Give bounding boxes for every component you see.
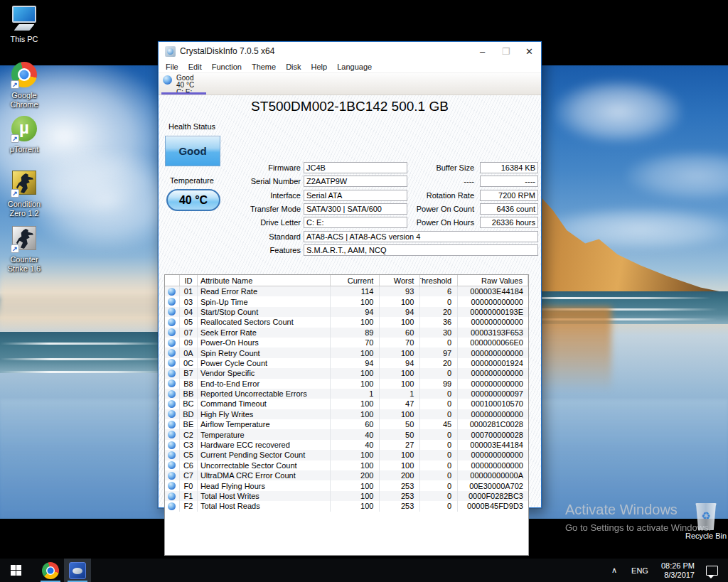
status-orb-cell (165, 480, 180, 490)
window-title: CrystalDiskInfo 7.0.5 x64 (180, 46, 274, 56)
cell-attribute-name: Uncorrectable Sector Count (198, 460, 331, 470)
menu-edit[interactable]: Edit (183, 63, 207, 71)
table-row[interactable]: C5Current Pending Sector Count1001000000… (165, 450, 528, 460)
status-orb-cell (165, 317, 180, 327)
minimize-button[interactable]: – (471, 42, 494, 60)
close-button[interactable]: ✕ (518, 42, 541, 60)
shortcut-arrow-icon: ↗ (11, 80, 19, 89)
column-header[interactable]: ID (180, 275, 198, 286)
cell-raw-values: 000000000000 (458, 317, 528, 327)
menu-file[interactable]: File (161, 63, 183, 71)
table-row[interactable]: BBReported Uncorrectable Errors110000000… (165, 389, 528, 399)
table-row[interactable]: F0Head Flying Hours100253000E30000A702 (165, 480, 528, 490)
windows-logo-icon (11, 565, 21, 576)
table-row[interactable]: C3Hardware ECC recovered40270000003E4418… (165, 440, 528, 450)
cell-worst: 60 (380, 328, 420, 338)
desktop-icon-google-chrome[interactable]: ↗ Google Chrome (0, 61, 51, 109)
table-row[interactable]: 07Seek Error Rate89603000003193F653 (165, 328, 528, 338)
desktop-icon-utorrent[interactable]: µ↗ μTorrent (0, 115, 51, 154)
cell-raw-values: 000000000000 (458, 379, 528, 389)
desktop-icon-condition-zero[interactable]: ↗ Condition Zero 1.2 (0, 169, 51, 218)
table-row[interactable]: F1Total Host Writes10025300000F0282BC3 (165, 491, 528, 501)
cell-worst: 100 (380, 296, 420, 306)
cell-threshold: 0 (420, 399, 458, 409)
status-good-orb-icon (168, 318, 176, 326)
cell-raw-values: 000700000028 (458, 429, 528, 439)
desktop-icon-this-pc[interactable]: This PC (0, 4, 51, 44)
table-row[interactable]: B8End-to-End Error10010099000000000000 (165, 379, 528, 389)
status-good-orb-icon (168, 298, 176, 306)
table-row[interactable]: C6Uncorrectable Sector Count100100000000… (165, 460, 528, 470)
table-row[interactable]: 04Start/Stop Count94942000000000193E (165, 307, 528, 317)
shortcut-arrow-icon: ↗ (11, 189, 19, 198)
cell-id: B7 (180, 368, 198, 378)
menu-disk[interactable]: Disk (281, 63, 306, 71)
menu-language[interactable]: Language (332, 63, 377, 71)
cell-current: 100 (331, 368, 380, 378)
cell-id: 03 (180, 296, 198, 306)
column-header[interactable]: Attribute Name (198, 275, 331, 286)
cell-raw-values: 00000000000A (458, 470, 528, 480)
cell-threshold: 30 (420, 328, 458, 338)
table-row[interactable]: B7Vendor Specific1001000000000000000 (165, 368, 528, 378)
table-row[interactable]: 0ASpin Retry Count10010097000000000000 (165, 347, 528, 357)
tray-chevron-icon[interactable]: ∧ (604, 566, 624, 575)
field-row-right-3: Power On Count6436 count (159, 203, 541, 215)
table-row[interactable]: 09Power-On Hours707000000000066E0 (165, 338, 528, 347)
column-header[interactable]: Current (331, 275, 380, 286)
chrome-icon (42, 562, 59, 579)
status-orb-cell (165, 419, 180, 429)
field-row-right-4: Power On Hours26336 hours (159, 217, 541, 228)
taskbar-chrome-button[interactable] (37, 559, 64, 582)
cell-attribute-name: Head Flying Hours (198, 480, 331, 490)
header-status-cell[interactable] (165, 275, 180, 286)
table-row[interactable]: BCCommand Timeout100470000100010570 (165, 399, 528, 409)
cell-raw-values: 000000000000 (458, 460, 528, 470)
language-indicator[interactable]: ENG (624, 566, 655, 575)
table-row[interactable]: 0CPower Cycle Count949420000000001924 (165, 358, 528, 368)
cell-attribute-name: Reallocated Sectors Count (198, 317, 331, 327)
status-orb-cell (165, 338, 180, 347)
table-row[interactable]: 01Read Error Rate114936000003E44184 (165, 286, 528, 296)
cell-worst: 70 (380, 338, 420, 347)
taskbar-clock[interactable]: 08:26 PM 8/3/2017 (655, 561, 700, 580)
menu-help[interactable]: Help (306, 63, 333, 71)
status-orb-cell (165, 399, 180, 409)
column-header[interactable]: Worst (380, 275, 420, 286)
status-good-orb-icon (168, 502, 176, 510)
title-bar[interactable]: CrystalDiskInfo 7.0.5 x64 – ❐ ✕ (159, 42, 541, 60)
cell-current: 100 (331, 450, 380, 460)
column-header[interactable]: Raw Values (458, 275, 528, 286)
desktop-icon-recycle-bin[interactable]: Recycle Bin (684, 503, 728, 540)
column-header[interactable]: Threshold (420, 275, 458, 286)
cell-current: 70 (331, 338, 380, 347)
cell-worst: 100 (380, 450, 420, 460)
table-row[interactable]: C2Temperature40500000700000028 (165, 429, 528, 439)
cell-current: 89 (331, 328, 380, 338)
taskbar-crystaldiskinfo-button[interactable] (64, 559, 91, 582)
status-good-orb-icon (168, 400, 176, 408)
table-row[interactable]: 05Reallocated Sectors Count1001003600000… (165, 317, 528, 327)
cell-worst: 50 (380, 429, 420, 439)
menu-theme[interactable]: Theme (247, 63, 281, 71)
field-row-wide-0: StandardATA8-ACS | ATA8-ACS version 4 (159, 231, 541, 242)
table-row[interactable]: C7UltraDMA CRC Error Count20020000000000… (165, 470, 528, 480)
action-center-icon[interactable] (706, 566, 718, 576)
desktop-icon-counter-strike[interactable]: ↗ Counter Strike 1.6 (0, 225, 51, 274)
table-row[interactable]: F2Total Host Reads10025300000B45FD9D3 (165, 501, 528, 511)
status-orb-cell (165, 501, 180, 511)
cell-current: 100 (331, 480, 380, 490)
maximize-button[interactable]: ❐ (494, 42, 518, 60)
utorrent-icon: µ↗ (11, 116, 38, 143)
menu-function[interactable]: Function (207, 63, 247, 71)
field-value-box: ATA8-ACS | ATA8-ACS version 4 (304, 231, 538, 242)
table-row[interactable]: 03Spin-Up Time1001000000000000000 (165, 296, 528, 306)
table-row[interactable]: BDHigh Fly Writes1001000000000000000 (165, 409, 528, 419)
ocean-left (0, 332, 174, 373)
table-row[interactable]: BEAirflow Temperature6050450000281C0028 (165, 419, 528, 429)
cell-current: 1 (331, 389, 380, 399)
field-row-wide-1: FeaturesS.M.A.R.T., AAM, NCQ (159, 244, 541, 256)
start-button[interactable] (0, 559, 31, 582)
status-orb-cell (165, 328, 180, 338)
status-good-orb-icon (168, 339, 176, 347)
